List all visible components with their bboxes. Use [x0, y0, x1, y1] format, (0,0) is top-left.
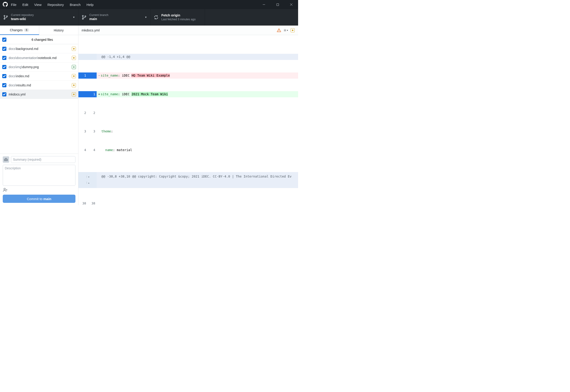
- modified-icon: [72, 56, 76, 60]
- changes-count-badge: 6: [24, 28, 29, 32]
- chevron-down-icon: ▼: [145, 16, 147, 18]
- sidebar: Changes 6 History 6 changed files docs\b…: [0, 26, 78, 205]
- modified-icon: [72, 83, 76, 87]
- svg-rect-11: [5, 158, 7, 159]
- commit-button[interactable]: Commit to main: [3, 195, 75, 203]
- add-coauthor-button[interactable]: [3, 188, 75, 192]
- maximize-button[interactable]: [271, 0, 284, 9]
- svg-point-18: [279, 31, 279, 31]
- gear-icon[interactable]: ▾: [283, 28, 288, 33]
- window-controls: [257, 0, 298, 9]
- menu-help[interactable]: Help: [87, 3, 94, 7]
- close-button[interactable]: [284, 0, 298, 9]
- warning-icon[interactable]: [277, 28, 281, 33]
- git-branch-icon: [82, 15, 87, 20]
- file-row[interactable]: docs\documentation\notebook.md: [0, 53, 78, 62]
- svg-point-9: [85, 16, 86, 17]
- modified-icon: [72, 92, 76, 97]
- file-row[interactable]: docs\index.md: [0, 71, 78, 81]
- repo-name: team-wiki: [11, 17, 34, 21]
- refresh-icon: [153, 15, 159, 20]
- files-header-title: 6 changed files: [9, 38, 76, 42]
- commit-button-branch: main: [43, 197, 51, 201]
- changed-files-header: 6 changed files: [0, 35, 78, 44]
- file-checkbox[interactable]: [2, 83, 6, 87]
- commit-description-input[interactable]: [3, 165, 75, 186]
- file-path: docs\index.md: [9, 74, 72, 78]
- file-row[interactable]: mkdocs.yml: [0, 90, 78, 99]
- file-path: mkdocs.yml: [9, 93, 72, 96]
- svg-point-4: [4, 15, 5, 16]
- repo-label: Current repository: [11, 13, 34, 17]
- expand-context-button[interactable]: ⋮▾⋮▴: [78, 172, 97, 188]
- file-row[interactable]: docs\img\dummy.png: [0, 62, 78, 71]
- tab-changes-label: Changes: [10, 28, 23, 32]
- file-checkbox[interactable]: [2, 65, 6, 69]
- file-list: docs\background.mddocs\documentation\not…: [0, 44, 78, 154]
- svg-point-14: [4, 188, 5, 190]
- tab-history[interactable]: History: [39, 26, 78, 35]
- svg-point-12: [5, 160, 5, 160]
- svg-rect-1: [277, 4, 279, 6]
- modified-icon: [72, 47, 76, 51]
- file-checkbox[interactable]: [2, 56, 6, 60]
- diff-body[interactable]: @@ -1,4 +1,4 @@ 1-site_name: iDEC HQ Tea…: [78, 35, 298, 205]
- menu-file[interactable]: File: [11, 3, 16, 7]
- chevron-down-icon: ▼: [73, 16, 75, 18]
- diff-filename: mkdocs.yml: [82, 28, 100, 32]
- commit-button-prefix: Commit to: [27, 197, 43, 201]
- fetch-title: Fetch origin: [161, 13, 195, 17]
- repo-switcher[interactable]: Current repository team-wiki ▼: [0, 9, 78, 25]
- menu-edit[interactable]: Edit: [22, 3, 28, 7]
- select-all-checkbox[interactable]: [2, 38, 6, 42]
- file-checkbox[interactable]: [2, 47, 6, 51]
- svg-point-13: [6, 160, 7, 160]
- tab-changes[interactable]: Changes 6: [0, 26, 39, 35]
- added-icon: [72, 65, 76, 69]
- file-path: docs\documentation\notebook.md: [9, 56, 72, 60]
- file-checkbox[interactable]: [2, 92, 6, 97]
- fetch-status: Last fetched 3 minutes ago: [161, 17, 195, 21]
- file-row[interactable]: docs\results.md: [0, 81, 78, 90]
- branch-name: main: [89, 17, 108, 21]
- svg-point-19: [285, 30, 285, 30]
- branch-switcher[interactable]: Current branch main ▼: [78, 9, 150, 25]
- file-checkbox[interactable]: [2, 74, 6, 78]
- diff-status-icon[interactable]: [290, 28, 295, 33]
- svg-point-6: [6, 16, 8, 17]
- file-path: docs\background.md: [9, 47, 72, 51]
- diff-panel: mkdocs.yml ▾ @@ -1,4 +1,4 @@ 1-site_name…: [78, 26, 298, 205]
- git-branch-icon: [3, 15, 8, 20]
- svg-point-8: [82, 18, 83, 19]
- modified-icon: [72, 74, 76, 78]
- avatar: [3, 156, 9, 163]
- app-menu: File Edit View Repository Branch Help: [11, 3, 93, 7]
- tab-history-label: History: [54, 28, 64, 32]
- commit-summary-input[interactable]: [11, 156, 75, 163]
- svg-point-5: [4, 18, 5, 19]
- title-bar: File Edit View Repository Branch Help: [0, 0, 298, 9]
- branch-label: Current branch: [89, 13, 108, 17]
- toolbar: Current repository team-wiki ▼ Current b…: [0, 9, 298, 26]
- commit-form: Commit to main: [0, 154, 78, 205]
- github-logo-icon: [3, 2, 11, 8]
- file-row[interactable]: docs\background.md: [0, 44, 78, 53]
- menu-repository[interactable]: Repository: [47, 3, 64, 7]
- minimize-button[interactable]: [257, 0, 271, 9]
- fetch-origin-button[interactable]: Fetch origin Last fetched 3 minutes ago: [150, 9, 205, 25]
- menu-branch[interactable]: Branch: [70, 3, 81, 7]
- svg-rect-10: [4, 159, 8, 161]
- file-path: docs\img\dummy.png: [9, 65, 72, 69]
- svg-point-7: [82, 15, 83, 16]
- file-path: docs\results.md: [9, 84, 72, 87]
- menu-view[interactable]: View: [34, 3, 42, 7]
